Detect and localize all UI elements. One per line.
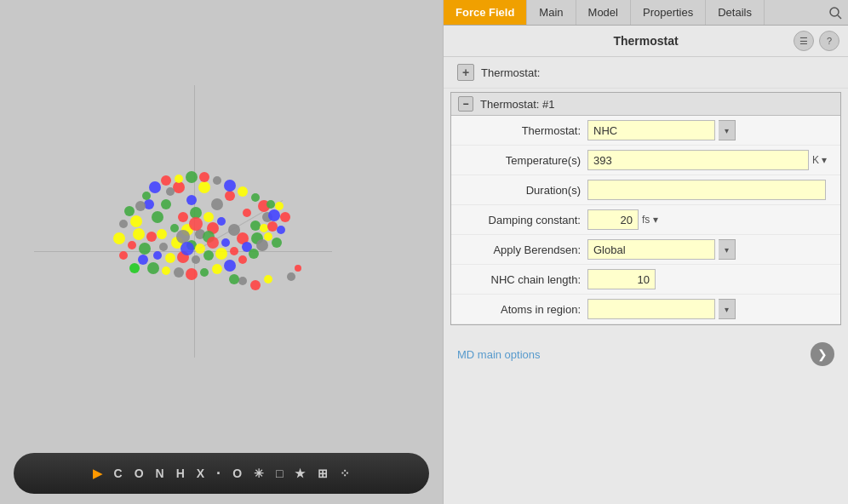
svg-point-44 <box>213 176 221 185</box>
svg-point-11 <box>217 217 226 226</box>
svg-point-75 <box>129 263 140 273</box>
svg-point-58 <box>186 268 198 280</box>
thermostat-type-input[interactable] <box>587 120 715 140</box>
tab-properties[interactable]: Properties <box>631 0 706 25</box>
svg-point-86 <box>238 277 247 285</box>
collapse-thermostat-button[interactable]: − <box>458 96 473 112</box>
oxygen-button[interactable]: O <box>131 465 147 482</box>
svg-point-28 <box>139 243 151 255</box>
tab-bar: Force Field Main Model Properties Detail… <box>444 0 848 26</box>
svg-point-89 <box>295 265 301 272</box>
svg-point-68 <box>266 200 275 209</box>
carbon-button[interactable]: C <box>111 465 126 482</box>
md-options-link[interactable]: MD main options <box>457 348 541 361</box>
oxygen2-button[interactable]: O <box>229 465 245 482</box>
berendsen-value: ▾ <box>587 239 830 260</box>
dot-button[interactable]: · <box>213 463 224 484</box>
berendsen-dropdown-arrow[interactable]: ▾ <box>719 239 736 260</box>
svg-point-34 <box>215 248 227 260</box>
svg-point-15 <box>170 224 179 232</box>
play-button[interactable]: ▶ <box>89 465 106 482</box>
nhc-chain-row: NHC chain length: <box>451 265 840 295</box>
nhc-chain-input[interactable] <box>587 269 656 289</box>
panel-header: Thermostat ☰ ? <box>444 26 848 57</box>
damping-input[interactable] <box>587 209 639 230</box>
hydrogen-button[interactable]: H <box>173 465 188 482</box>
svg-point-56 <box>162 266 170 275</box>
asterisk-button[interactable]: ✳ <box>250 465 267 482</box>
halogen-button[interactable]: X <box>193 465 208 482</box>
nitrogen-button[interactable]: N <box>152 465 168 482</box>
svg-point-81 <box>280 212 290 222</box>
atoms-region-row: Atoms in region: ▾ <box>451 295 840 324</box>
svg-point-65 <box>264 232 272 241</box>
tab-main[interactable]: Main <box>527 0 576 25</box>
svg-point-49 <box>149 181 161 193</box>
berendsen-input[interactable] <box>587 239 715 260</box>
thermostat-1-header: − Thermostat: #1 <box>451 93 840 116</box>
menu-icon-button[interactable]: ☰ <box>794 31 814 51</box>
grid-button[interactable]: ⊞ <box>314 465 331 482</box>
help-icon-button[interactable]: ? <box>819 31 839 51</box>
thermostat-type-label: Thermostat: <box>461 124 581 137</box>
duration-value <box>587 180 830 200</box>
temperature-label: Temperature(s) <box>461 154 581 167</box>
svg-point-0 <box>173 181 185 193</box>
svg-point-53 <box>128 241 136 249</box>
temperature-input[interactable] <box>587 150 809 170</box>
temperature-unit[interactable]: K ▾ <box>812 154 827 166</box>
svg-line-91 <box>838 15 841 19</box>
svg-point-41 <box>251 193 260 202</box>
svg-point-71 <box>176 230 190 243</box>
svg-point-59 <box>200 268 209 277</box>
svg-point-74 <box>180 242 194 255</box>
tab-force-field[interactable]: Force Field <box>444 0 527 25</box>
svg-point-35 <box>230 247 238 255</box>
damping-unit[interactable]: fs ▾ <box>642 214 658 226</box>
berendsen-label: Apply Berendsen: <box>461 243 581 256</box>
svg-point-38 <box>260 224 268 232</box>
bottom-toolbar: ▶ C O N H X · O ✳ □ ★ ⊞ ⁘ <box>14 453 429 494</box>
add-thermostat-button[interactable]: + <box>457 64 474 81</box>
svg-point-82 <box>277 226 285 234</box>
right-panel: Force Field Main Model Properties Detail… <box>443 0 848 504</box>
svg-point-54 <box>138 255 148 265</box>
svg-point-78 <box>119 220 128 228</box>
svg-point-85 <box>250 280 261 290</box>
svg-point-6 <box>190 207 202 219</box>
svg-point-19 <box>144 199 154 209</box>
svg-point-42 <box>238 186 248 197</box>
svg-point-69 <box>189 217 203 231</box>
damping-row: Damping constant: fs ▾ <box>451 205 840 235</box>
molecule-viewport[interactable] <box>0 0 443 450</box>
atoms-region-label: Atoms in region: <box>461 303 581 316</box>
svg-point-18 <box>243 209 251 217</box>
svg-point-10 <box>152 211 163 223</box>
svg-point-27 <box>146 232 157 242</box>
atoms-region-input[interactable] <box>587 299 715 319</box>
duration-input[interactable] <box>587 180 826 200</box>
dots-button[interactable]: ⁘ <box>336 465 353 482</box>
svg-point-43 <box>224 180 236 192</box>
svg-point-46 <box>186 171 198 183</box>
tab-model[interactable]: Model <box>576 0 631 25</box>
search-button[interactable] <box>822 0 848 25</box>
panel-title: Thermostat <box>613 34 678 48</box>
svg-point-32 <box>192 255 200 264</box>
star-button[interactable]: ★ <box>291 465 309 482</box>
svg-point-90 <box>830 8 839 16</box>
toolbar-container: ▶ C O N H X · O ✳ □ ★ ⊞ ⁘ <box>0 450 443 504</box>
thermostat-type-dropdown-arrow[interactable]: ▾ <box>719 120 736 140</box>
svg-point-29 <box>153 251 162 260</box>
svg-point-20 <box>130 215 142 227</box>
thermostat-1-title: Thermostat: #1 <box>480 98 554 111</box>
svg-point-55 <box>147 262 159 274</box>
svg-point-80 <box>275 202 284 210</box>
nhc-chain-label: NHC chain length: <box>461 273 581 286</box>
tab-details[interactable]: Details <box>706 0 765 25</box>
atoms-region-dropdown-arrow[interactable]: ▾ <box>719 299 736 319</box>
svg-point-2 <box>198 181 210 193</box>
square-button[interactable]: □ <box>272 465 286 482</box>
md-options-arrow-button[interactable]: ❯ <box>811 342 834 366</box>
svg-point-76 <box>119 251 128 260</box>
